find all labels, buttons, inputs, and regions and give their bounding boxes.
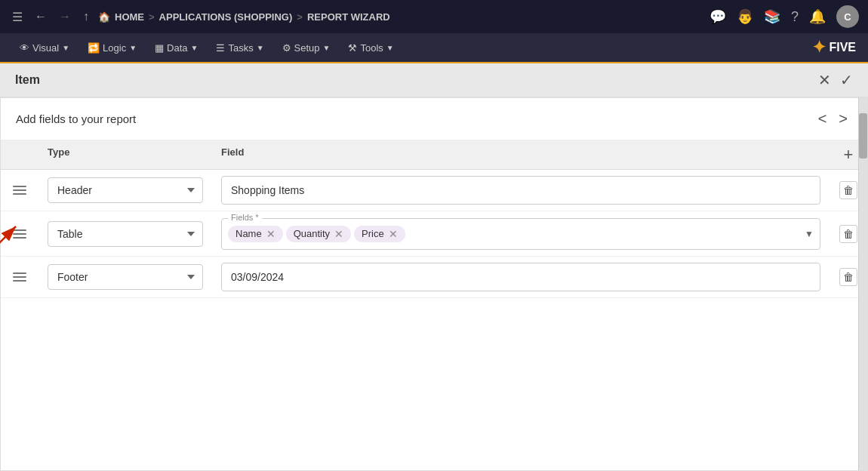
delete-button-2[interactable]: 🗑	[839, 225, 857, 243]
row-field-1	[212, 170, 830, 211]
tag-price: Price ✕	[354, 226, 405, 242]
setup-label: Setup	[294, 42, 320, 54]
logic-menu[interactable]: 🔁 Logic ▼	[80, 38, 144, 58]
row-type-2: Header Table Footer	[38, 215, 212, 253]
panel-nav: < >	[814, 109, 852, 129]
tags-dropdown-button[interactable]: ▼	[805, 229, 814, 239]
next-button[interactable]: >	[834, 109, 852, 129]
delete-icon-3: 🗑	[843, 271, 854, 283]
tag-quantity-label: Quantity	[294, 228, 330, 239]
fields-label: Fields *	[228, 213, 262, 222]
row-field-3	[212, 257, 830, 297]
tasks-icon: ☰	[216, 42, 225, 54]
tasks-menu[interactable]: ☰ Tasks ▼	[208, 38, 271, 58]
books-icon[interactable]: 📚	[764, 8, 780, 25]
tag-price-label: Price	[362, 228, 384, 239]
item-header: Item ✕ ✓	[0, 63, 868, 97]
avatar[interactable]: C	[836, 5, 859, 28]
logo-text: FIVE	[829, 41, 856, 54]
confirm-button[interactable]: ✓	[840, 71, 853, 89]
delete-button-1[interactable]: 🗑	[839, 181, 857, 199]
table-header: Type Field +	[1, 140, 867, 170]
toolbar: 👁 Visual ▼ 🔁 Logic ▼ ▦ Data ▼ ☰ Tasks ▼ …	[0, 33, 868, 63]
help-icon[interactable]: ?	[791, 9, 799, 25]
row-field-2: Fields * Name ✕ Quantity ✕ Price ✕ ▼	[212, 212, 830, 256]
logic-label: Logic	[103, 42, 126, 54]
row-type-3: Header Table Footer	[38, 258, 212, 296]
up-icon[interactable]: ↑	[80, 7, 92, 26]
tasks-caret: ▼	[257, 44, 264, 52]
agent-icon[interactable]: 👨	[737, 8, 753, 25]
notification-icon[interactable]: 🔔	[809, 8, 826, 25]
content: Item ✕ ✓ Add fields to your report < > T…	[0, 63, 868, 471]
app-label[interactable]: APPLICATIONS (SHOPPING)	[159, 11, 293, 23]
delete-icon-2: 🗑	[843, 228, 854, 240]
drag-handle-1[interactable]	[1, 186, 38, 195]
setup-menu[interactable]: ⚙ Setup ▼	[275, 38, 338, 58]
drag-handle-2[interactable]	[1, 229, 38, 239]
data-caret: ▼	[191, 44, 199, 52]
back-icon[interactable]: ←	[32, 7, 50, 26]
setup-caret: ▼	[323, 44, 331, 52]
data-label: Data	[167, 42, 187, 54]
breadcrumb-sep1: >	[149, 11, 155, 23]
wizard-label[interactable]: REPORT WIZARD	[307, 11, 390, 23]
logic-icon: 🔁	[88, 42, 100, 54]
tools-caret: ▼	[386, 44, 394, 52]
tag-quantity: Quantity ✕	[286, 226, 351, 242]
item-header-actions: ✕ ✓	[818, 71, 853, 89]
tools-label: Tools	[360, 42, 383, 54]
type-select-1[interactable]: Header Table Footer	[48, 177, 203, 203]
scrollbar-thumb[interactable]	[859, 113, 867, 159]
remove-price-tag[interactable]: ✕	[387, 228, 399, 240]
table-row: Header Table Footer 🗑	[1, 170, 867, 211]
close-button[interactable]: ✕	[818, 71, 831, 89]
field-input-3[interactable]	[221, 263, 820, 291]
data-menu[interactable]: ▦ Data ▼	[147, 38, 205, 58]
type-select-3[interactable]: Header Table Footer	[48, 264, 203, 290]
forward-icon[interactable]: →	[56, 7, 74, 26]
th-drag	[1, 146, 38, 163]
delete-button-3[interactable]: 🗑	[839, 268, 857, 286]
add-row-button[interactable]: +	[844, 146, 854, 163]
th-type: Type	[38, 146, 212, 163]
remove-name-tag[interactable]: ✕	[265, 228, 277, 240]
field-input-1[interactable]	[221, 176, 820, 205]
tools-menu[interactable]: ⚒ Tools ▼	[340, 38, 401, 58]
chat-icon[interactable]: 💬	[709, 8, 726, 25]
breadcrumb-sep2: >	[297, 11, 303, 23]
visual-icon: 👁	[20, 42, 29, 54]
panel-header: Add fields to your report < >	[1, 98, 867, 140]
table-row: Header Table Footer 🗑	[1, 257, 867, 298]
setup-icon: ⚙	[282, 42, 291, 54]
tags-field[interactable]: Fields * Name ✕ Quantity ✕ Price ✕ ▼	[221, 218, 820, 250]
visual-label: Visual	[32, 42, 59, 54]
data-icon: ▦	[155, 42, 164, 54]
drag-handle-3[interactable]	[1, 272, 38, 282]
logo-icon: ✦	[812, 38, 826, 57]
visual-menu[interactable]: 👁 Visual ▼	[12, 38, 77, 58]
item-title: Item	[15, 73, 40, 87]
top-bar-right: 💬 👨 📚 ? 🔔 C	[709, 5, 859, 28]
logo: ✦ FIVE	[812, 38, 856, 57]
main-panel: Add fields to your report < > Type Field…	[0, 97, 868, 471]
th-field: Field	[212, 146, 830, 163]
panel-title: Add fields to your report	[16, 112, 136, 125]
menu-icon[interactable]: ☰	[9, 7, 26, 27]
visual-caret: ▼	[62, 44, 69, 52]
scrollbar[interactable]	[858, 98, 867, 470]
tag-name: Name ✕	[228, 226, 283, 242]
remove-quantity-tag[interactable]: ✕	[333, 228, 345, 240]
logic-caret: ▼	[129, 44, 137, 52]
top-bar: ☰ ← → ↑ 🏠 HOME > APPLICATIONS (SHOPPING)…	[0, 0, 868, 33]
row-type-1: Header Table Footer	[38, 171, 212, 209]
table-row: Header Table Footer Fields * Name ✕ Quan…	[1, 211, 867, 257]
type-select-2[interactable]: Header Table Footer	[48, 221, 203, 247]
tasks-label: Tasks	[228, 42, 253, 54]
tools-icon: ⚒	[348, 42, 357, 54]
home-icon: 🏠	[98, 11, 110, 23]
breadcrumb: 🏠 HOME > APPLICATIONS (SHOPPING) > REPOR…	[98, 11, 390, 23]
home-label[interactable]: HOME	[115, 11, 144, 23]
delete-icon-1: 🗑	[843, 184, 854, 196]
prev-button[interactable]: <	[814, 109, 832, 129]
